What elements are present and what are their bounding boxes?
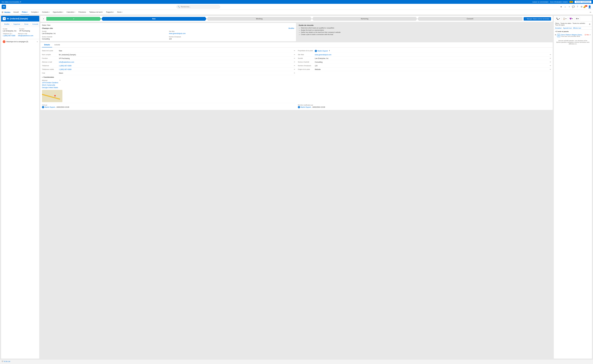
- actualiser-link[interactable]: Actualiser: [555, 27, 562, 29]
- tel-mobile-val[interactable]: 1 (800) 667-6389: [59, 69, 293, 70]
- adresse-line1[interactable]: 1479 Grotton Gardens: [42, 82, 58, 84]
- cloner-button[interactable]: Cloner: [23, 23, 30, 26]
- fonction-label: Fonction: [19, 28, 30, 30]
- leave-comment-link[interactable]: Laisser un commentaire: [532, 1, 548, 3]
- telephone-detail-val[interactable]: 1 (800) 667-6389: [59, 65, 293, 67]
- timeline-chevron-icon[interactable]: ▾: [555, 31, 556, 32]
- grid-icon[interactable]: ⊞: [2, 11, 3, 13]
- modified-by-field: Dernière modification par M Martin Dupon…: [298, 104, 551, 108]
- tabs-nav: Détails Activité: [40, 42, 553, 47]
- email-activity-button[interactable]: ✉ ▾: [575, 17, 580, 20]
- key-fields-modify[interactable]: Modifier: [289, 27, 294, 29]
- stage-nurturing[interactable]: Nurturing: [312, 17, 417, 21]
- right-panel: 📞 ▾ 📋 ▾ 💜 ▾ ✉ ▾ Filtres : Toutes les dat…: [554, 16, 592, 358]
- kf-siteweb-val[interactable]: www.greendotpub.com: [169, 32, 294, 34]
- todo-label[interactable]: To Do List: [4, 361, 10, 362]
- campaign-section[interactable]: 🎯 Historique de la campagne (0) ▾: [1, 39, 39, 44]
- top-banner-right: Laisser un commentaire Jours d'évaluatio…: [532, 1, 591, 3]
- nav-item-calendrier[interactable]: Calendrier ▾: [65, 10, 76, 15]
- adresse-edit-icon[interactable]: ✏: [59, 79, 61, 81]
- task-title[interactable]: Demo Platform Widgets (Samp...: [561, 34, 584, 36]
- nav-item-previsions[interactable]: Prévisions: [77, 10, 87, 15]
- buy-now-button[interactable]: Acheter maintenant: [575, 1, 591, 3]
- created-by-name[interactable]: Martin Dupont: [45, 106, 55, 108]
- help-icon[interactable]: ?: [576, 5, 579, 8]
- detail-row-3: Fonction VP Purchasing ✏ Société Lee Ent…: [42, 57, 551, 60]
- origine-edit-icon[interactable]: ✏: [550, 69, 551, 70]
- proprietaire-val[interactable]: Martin Dupont: [317, 50, 328, 52]
- lead-star-icon[interactable]: ★: [3, 17, 6, 20]
- stage-new[interactable]: New: [101, 17, 206, 21]
- site-web-detail-val[interactable]: www.greendotpub.com: [315, 54, 549, 56]
- nav-item-pistes[interactable]: Pistes ▾: [20, 10, 29, 15]
- favorites-icon[interactable]: ★: [560, 5, 563, 8]
- email-detail-edit-icon[interactable]: ✏: [294, 61, 295, 63]
- timeline-expand-icon[interactable]: ▶: [555, 34, 556, 35]
- call-button[interactable]: 📞 ▾: [555, 17, 561, 20]
- adresse-line2[interactable]: 30121 Cartersville: [42, 84, 55, 86]
- nav-item-opportunites[interactable]: Opportunités ▾: [52, 10, 65, 15]
- nav-item-accueil[interactable]: Accueil: [12, 10, 20, 15]
- search-input[interactable]: [177, 5, 220, 9]
- proprietaire-edit-icon[interactable]: ⬆: [329, 50, 330, 52]
- convertir-button[interactable]: Convertir: [31, 23, 39, 26]
- settings-icon[interactable]: ⚙: [580, 5, 583, 8]
- telephone-value[interactable]: 1 (800) 667-6389: [3, 35, 15, 37]
- telephone-detail-edit-icon[interactable]: ✏: [294, 65, 295, 67]
- notifications-icon[interactable]: 🔔10: [584, 5, 587, 8]
- adresse-line3[interactable]: Georgia United States: [42, 87, 58, 89]
- map-preview[interactable]: 📍: [42, 90, 62, 102]
- site-web-detail-edit-icon[interactable]: ✏: [550, 54, 551, 56]
- task-sub: Vous avez une prochaine tâche: [561, 36, 584, 37]
- detail-row-7: Cote Warm ✏: [42, 72, 551, 75]
- task-button[interactable]: 📋 ▾: [562, 17, 568, 20]
- nav-edit-icon[interactable]: ✏: [590, 11, 591, 13]
- home-icon[interactable]: ⌂: [564, 5, 567, 8]
- modifier-button[interactable]: Modifier: [3, 23, 11, 26]
- phone-chevron-icon[interactable]: ▾: [12, 33, 12, 34]
- stage-check[interactable]: ✓: [46, 17, 101, 21]
- tab-activity[interactable]: Activité: [52, 42, 62, 47]
- avatar-icon[interactable]: 👤: [588, 5, 591, 8]
- coordonnees-chevron[interactable]: ▾: [42, 77, 43, 78]
- stage-converti[interactable]: Converti: [417, 17, 523, 21]
- nom-complet-val: Mr. [redacted] (Sample): [59, 54, 293, 56]
- nom-complet-edit-icon[interactable]: ✏: [294, 54, 295, 56]
- task-icon: 📋: [563, 18, 565, 20]
- detail-row-4: Adresse e-mail info@salesforce.com ✏ Sec…: [42, 60, 551, 64]
- societe-detail-edit-icon[interactable]: ✏: [550, 58, 551, 59]
- afficher-tout-link[interactable]: Afficher tout: [573, 27, 581, 29]
- tel-mobile-edit-icon[interactable]: ✏: [294, 69, 295, 70]
- kf-siteweb-label: Site Web: [169, 31, 294, 32]
- recommended-visits[interactable]: Vos visites recommandées ▼: [2, 1, 21, 3]
- nav-item-rapports[interactable]: Rapports ▾: [105, 10, 115, 15]
- filter-gear-icon[interactable]: ⚙: [589, 23, 591, 25]
- nav-item-comptes[interactable]: Comptes ▾: [30, 10, 40, 15]
- nb-employes-edit-icon[interactable]: ✏: [550, 65, 551, 67]
- mark-complete-button[interactable]: ✓ Marquer Statut comme terminé(e): [524, 17, 551, 20]
- add-icon[interactable]: +: [568, 5, 571, 8]
- secteur-detail-label: Secteur d'activité: [298, 61, 314, 63]
- nav-item-tableaux[interactable]: Tableaux de bord ▾: [88, 10, 104, 15]
- status-bar: ▾ ✓ New Working Nurturing Converti ✓ Mar…: [40, 16, 553, 22]
- cote-edit-icon[interactable]: ✏: [294, 72, 295, 74]
- email-value[interactable]: info@salesforce.com: [18, 35, 33, 37]
- field-secteur-detail: Secteur d'activité Consulting ✏: [298, 60, 551, 64]
- main-container: ★ Mr. [redacted] (Sample) Modifier Suppr…: [0, 15, 593, 360]
- statut-piste-edit-icon[interactable]: ✏: [294, 50, 295, 52]
- fonction-detail-edit-icon[interactable]: ✏: [294, 58, 295, 59]
- chat-icon[interactable]: 💬: [572, 5, 575, 8]
- email-detail-val[interactable]: info@salesforce.com: [59, 61, 293, 63]
- nav-item-contacts[interactable]: Contacts ▾: [41, 10, 51, 15]
- status-dropdown-button[interactable]: ▾: [42, 17, 45, 20]
- supprimer-button[interactable]: Supprimer: [12, 23, 22, 26]
- key-fields-grid: Société Lee Enterprise, Inc Site Web www…: [42, 31, 294, 40]
- nav-item-devis[interactable]: Devis ▾: [116, 10, 124, 15]
- event-button[interactable]: 💜 ▾: [568, 17, 574, 20]
- tab-details[interactable]: Détails: [42, 42, 52, 47]
- stage-working[interactable]: Working: [207, 17, 312, 21]
- agrandir-tout-link[interactable]: Agrandir tout: [563, 27, 572, 29]
- secteur-detail-edit-icon[interactable]: ✏: [550, 61, 551, 63]
- task-expand-icon[interactable]: ▾: [590, 34, 591, 36]
- modified-by-name[interactable]: Martin Dupont: [301, 106, 311, 108]
